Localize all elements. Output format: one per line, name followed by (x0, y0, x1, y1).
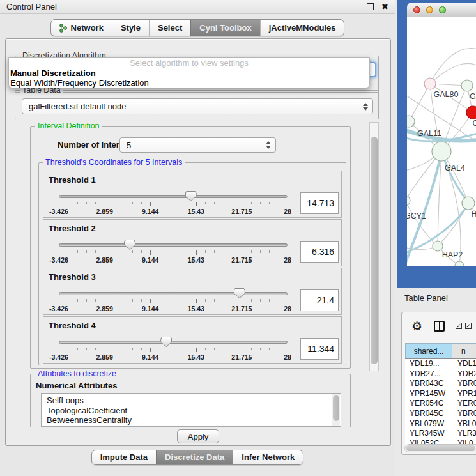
threshold-value-field[interactable]: 6.316 (300, 241, 339, 263)
tab-infer-network[interactable]: Infer Network (233, 450, 303, 464)
main-vertical-scrollbar[interactable] (369, 122, 379, 371)
checkbox-icon[interactable]: ✓ (456, 323, 462, 329)
slider-handle[interactable] (124, 240, 135, 250)
attributes-group-title: Attributes to discretize (35, 369, 119, 378)
table-row[interactable]: YER054CYER0 (405, 399, 476, 409)
network-node-label: GAL80 (434, 90, 459, 99)
zoom-traffic-light-icon[interactable] (439, 6, 446, 13)
slider-ticks (59, 348, 288, 353)
threshold-value-field[interactable]: 11.344 (300, 338, 339, 360)
slider-handle[interactable] (160, 337, 172, 347)
slider-ticks (59, 299, 288, 304)
network-node[interactable] (455, 261, 464, 266)
network-node-hap2[interactable] (433, 241, 443, 251)
network-window-titlebar (407, 3, 476, 17)
checkbox-icon[interactable]: ✓ (465, 323, 472, 329)
tab-select[interactable]: Select (149, 20, 190, 36)
attribute-item-betweennesscentrality[interactable]: BetweennessCentrality (42, 415, 341, 426)
table-cell: YBL079W (405, 419, 452, 429)
scrollbar-thumb[interactable] (371, 137, 378, 364)
threshold-slider[interactable]: -3.4262.8599.14415.4321.71528 (59, 171, 288, 219)
slider-track[interactable] (59, 292, 288, 295)
slider-handle[interactable] (185, 191, 197, 201)
column-layout-icon[interactable] (434, 321, 445, 332)
dropdown-option-equal-width-frequency-discretization[interactable]: Equal Width/Frequency Discretization (9, 78, 369, 88)
slider-handle[interactable] (234, 288, 245, 298)
bottom-tab-bar: Impute DataDiscretize DataInfer Network (0, 450, 395, 465)
network-node-label: GA (470, 92, 476, 101)
slider-track[interactable] (59, 243, 288, 247)
scrollbar-thumb[interactable] (333, 395, 339, 421)
tab-discretize-data[interactable]: Discretize Data (156, 450, 233, 464)
table-row[interactable]: YBR043CYBR0 (405, 379, 476, 389)
network-node-label: HAP2 (442, 250, 463, 259)
tab-label: Impute Data (100, 452, 148, 462)
table-panel: ⚙ ✓ ✓ shared... n YDL19...YDL1YDR27...YD… (401, 312, 476, 455)
network-node-label: GAL4 (445, 164, 465, 173)
table-horizontal-scrollbar[interactable] (404, 444, 476, 452)
apply-button[interactable]: Apply (177, 429, 219, 443)
node-attribute-table[interactable]: shared... n YDL19...YDL1YDR27...YDR2YBR0… (405, 343, 476, 447)
network-node-h[interactable] (462, 197, 475, 210)
attribute-item-topologicalcoefficient[interactable]: TopologicalCoefficient (42, 406, 341, 416)
threshold-value-field[interactable]: 14.713 (300, 192, 339, 214)
scrollbar-thumb[interactable] (406, 445, 475, 451)
slider-track[interactable] (59, 195, 288, 198)
close-icon[interactable]: ✖ (381, 4, 388, 10)
float-window-icon[interactable] (367, 3, 374, 10)
minimize-traffic-light-icon[interactable] (426, 6, 433, 13)
bottom-tab-group: Impute DataDiscretize DataInfer Network (91, 450, 304, 465)
column-header-name[interactable]: n (452, 344, 476, 358)
table-row[interactable]: YDL19...YDL1 (405, 359, 476, 369)
network-canvas[interactable]: GAL80GACGAL11GAL4GCY1HHAP2 (407, 17, 476, 266)
table-data-selected-value: galFiltered.sif default node (22, 102, 362, 111)
network-node-c[interactable] (466, 106, 476, 119)
table-data-combobox[interactable]: galFiltered.sif default node (22, 98, 373, 114)
attributes-list-scrollbar[interactable] (332, 394, 340, 426)
network-node-ga[interactable] (461, 80, 473, 91)
tab-label: Discretize Data (165, 452, 224, 462)
threshold-value-field[interactable]: 21.4 (300, 289, 339, 311)
slider-tick-labels: -3.4262.8599.14415.4321.71528 (59, 305, 288, 312)
number-of-intervals-combobox[interactable]: 5 (119, 137, 276, 153)
numerical-attributes-list[interactable]: SelfLoopsTopologicalCoefficientBetweenne… (41, 393, 341, 427)
table-row[interactable]: YBL079WYBL0 (405, 419, 476, 429)
table-row[interactable]: YBR045CYBR0 (405, 409, 476, 419)
top-tab-group: NetworkStyleSelectCyni ToolboxjActiveMNo… (50, 19, 345, 36)
network-node-gal80[interactable] (424, 78, 436, 89)
attribute-item-selfloops[interactable]: SelfLoops (42, 394, 341, 406)
tab-label: Network (71, 23, 104, 33)
top-tab-bar: NetworkStyleSelectCyni ToolboxjActiveMNo… (0, 19, 395, 36)
tab-label: Select (158, 23, 182, 33)
tab-jactivemnodules[interactable]: jActiveMNodules (260, 20, 344, 36)
tab-impute-data[interactable]: Impute Data (92, 450, 156, 464)
tab-network[interactable]: Network (51, 20, 112, 36)
threshold-slider[interactable]: -3.4262.8599.14415.4321.71528 (59, 268, 288, 316)
gear-icon[interactable]: ⚙ (411, 319, 422, 334)
thresholds-group-title: Threshold's Coordinates for 5 Intervals (43, 158, 185, 167)
combo-stepper-icon (362, 103, 368, 111)
threshold-slider[interactable]: -3.4262.8599.14415.4321.71528 (59, 220, 288, 267)
tab-label: jActiveMNodules (269, 23, 336, 33)
close-traffic-light-icon[interactable] (413, 6, 420, 13)
table-cell: YBR045C (405, 409, 452, 419)
tab-label: Cyni Toolbox (199, 23, 251, 33)
tab-style[interactable]: Style (112, 20, 149, 36)
threshold-slider[interactable]: -3.4262.8599.14415.4321.71528 (59, 317, 288, 364)
dropdown-option-manual-discretization[interactable]: Manual Discretization (9, 68, 369, 78)
slider-tick-labels: -3.4262.8599.14415.4321.71528 (59, 208, 288, 215)
network-node-label: C (472, 119, 476, 128)
network-node-gal11[interactable] (407, 116, 415, 127)
algorithm-dropdown-options: Manual DiscretizationEqual Width/Frequen… (9, 68, 369, 88)
table-row[interactable]: YDR27...YDR2 (405, 369, 476, 380)
network-node-gcy1[interactable] (407, 196, 410, 206)
network-node-gal4[interactable] (432, 142, 451, 161)
tab-cyni-toolbox[interactable]: Cyni Toolbox (190, 20, 259, 36)
table-row[interactable]: YLR345WYLR3 (405, 429, 476, 439)
tab-label: Style (121, 23, 141, 33)
table-row[interactable]: YPR145WYPR1 (405, 389, 476, 399)
thresholds-coordinates-group: Threshold's Coordinates for 5 Intervals … (38, 162, 346, 365)
network-node-label: GAL11 (417, 129, 441, 138)
column-header-shared-name[interactable]: shared... (405, 344, 452, 358)
slider-track[interactable] (59, 341, 288, 344)
